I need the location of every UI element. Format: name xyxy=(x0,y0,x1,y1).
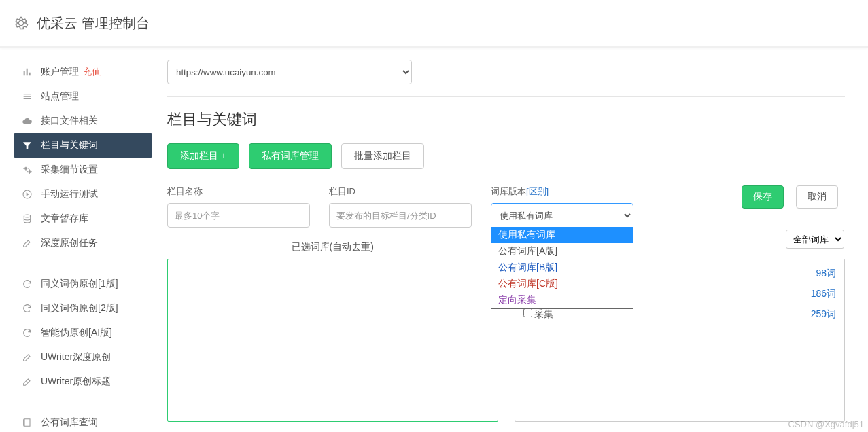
library-filter-select[interactable]: 全部词库 xyxy=(786,230,844,249)
library-row-count: 98词 xyxy=(816,268,836,280)
chart-bar-icon xyxy=(22,67,33,77)
book-icon xyxy=(22,417,33,428)
panel-selected-title: 已选词库(自动去重) xyxy=(167,241,498,253)
field-version: 词库版本[区别] 使用私有词库 使用私有词库公有词库[A版]公有词库[B版]公有… xyxy=(491,185,633,228)
library-row-label: 采集 xyxy=(534,308,553,319)
sidebar-item[interactable]: 接口文件相关 xyxy=(14,109,152,133)
filter-icon xyxy=(22,140,33,151)
app-title: 优采云 管理控制台 xyxy=(37,14,150,33)
version-option[interactable]: 公有词库[A版] xyxy=(491,243,633,259)
panel-selected-box[interactable] xyxy=(167,259,498,422)
bulk-add-button[interactable]: 批量添加栏目 xyxy=(341,143,424,169)
version-option[interactable]: 定向采集 xyxy=(491,292,633,308)
column-name-input[interactable] xyxy=(167,203,310,228)
cogs-icon xyxy=(22,164,33,175)
gear-icon xyxy=(14,16,29,31)
save-button[interactable]: 保存 xyxy=(742,185,784,209)
library-row-count: 186词 xyxy=(811,288,836,300)
sidebar-item[interactable]: 账户管理充值 xyxy=(14,60,152,84)
edit-icon xyxy=(22,352,33,363)
sidebar-item[interactable]: UWriter深度原创 xyxy=(14,345,152,370)
section-title: 栏目与关键词 xyxy=(167,109,845,130)
sidebar-item-label: 接口文件相关 xyxy=(41,115,98,127)
sidebar-item[interactable]: 智能伪原创[AI版] xyxy=(14,321,152,345)
sidebar-item-label: 站点管理 xyxy=(41,90,79,103)
edit-icon xyxy=(22,376,33,387)
sidebar-item-label: 栏目与关键词 xyxy=(41,139,98,151)
sidebar-item[interactable]: 采集细节设置 xyxy=(14,158,152,182)
sidebar-item-label: 手动运行测试 xyxy=(41,188,98,200)
version-dropdown: 使用私有词库公有词库[A版]公有词库[B版]公有词库[C版]定向采集 xyxy=(491,227,633,309)
version-option[interactable]: 公有词库[C版] xyxy=(491,276,633,292)
sidebar-item[interactable]: 深度原创任务 xyxy=(14,231,152,255)
sidebar-item-label: 同义词伪原创[1版] xyxy=(41,278,118,290)
label-column-name: 栏目名称 xyxy=(167,185,310,198)
sidebar-item-label: 同义词伪原创[2版] xyxy=(41,302,118,314)
private-lexicon-button[interactable]: 私有词库管理 xyxy=(249,143,332,169)
sidebar-item-label: 智能伪原创[AI版] xyxy=(41,327,112,339)
sidebar-item-label: 深度原创任务 xyxy=(41,237,98,249)
watermark: CSDN @Xgvafdj51 xyxy=(788,419,864,429)
sidebar: 账户管理充值站点管理接口文件相关栏目与关键词采集细节设置手动运行测试文章暂存库深… xyxy=(0,60,159,432)
sidebar-item[interactable]: 公有词库查询 xyxy=(14,410,152,432)
site-select[interactable]: https://www.ucaiyun.com xyxy=(167,60,412,84)
label-column-id: 栏目ID xyxy=(329,185,472,198)
refresh-icon xyxy=(22,303,33,314)
column-id-input[interactable] xyxy=(329,203,472,228)
recharge-badge[interactable]: 充值 xyxy=(83,66,101,78)
library-row-count: 259词 xyxy=(811,308,836,321)
sidebar-item-label: 公有词库查询 xyxy=(41,416,98,429)
field-column-id: 栏目ID xyxy=(329,185,472,228)
add-column-button[interactable]: 添加栏目 + xyxy=(167,143,239,169)
library-row-check[interactable]: 采集 xyxy=(523,308,554,321)
sidebar-item-label: 文章暂存库 xyxy=(41,213,88,225)
version-select[interactable]: 使用私有词库 xyxy=(491,203,633,228)
field-column-name: 栏目名称 xyxy=(167,185,310,228)
cancel-button[interactable]: 取消 xyxy=(796,185,838,209)
refresh-icon xyxy=(22,327,33,338)
topbar: 优采云 管理控制台 xyxy=(0,0,868,48)
sidebar-item-label: UWriter原创标题 xyxy=(41,376,111,388)
label-version: 词库版本[区别] xyxy=(491,185,633,198)
sidebar-item-label: UWriter深度原创 xyxy=(41,351,111,363)
library-row-checkbox[interactable] xyxy=(523,308,532,317)
refresh-icon xyxy=(22,278,33,289)
edit-icon xyxy=(22,238,33,249)
divider xyxy=(167,96,845,97)
database-icon xyxy=(22,213,33,224)
sidebar-item-label: 账户管理 xyxy=(41,66,79,78)
version-option[interactable]: 公有词库[B版] xyxy=(491,259,633,276)
sidebar-item[interactable]: 同义词伪原创[2版] xyxy=(14,296,152,321)
sidebar-item[interactable]: 文章暂存库 xyxy=(14,206,152,231)
version-option[interactable]: 使用私有词库 xyxy=(491,227,633,243)
sidebar-item-label: 采集细节设置 xyxy=(41,164,98,176)
list-icon xyxy=(22,91,33,102)
play-icon xyxy=(22,189,33,200)
sidebar-item[interactable]: 同义词伪原创[1版] xyxy=(14,272,152,296)
sidebar-item[interactable]: 栏目与关键词 xyxy=(14,133,152,158)
version-diff-link[interactable]: [区别] xyxy=(526,186,549,196)
main: https://www.ucaiyun.com 栏目与关键词 添加栏目 + 私有… xyxy=(159,60,868,432)
sidebar-item[interactable]: UWriter原创标题 xyxy=(14,370,152,394)
panel-selected: 已选词库(自动去重) xyxy=(167,241,498,422)
sidebar-item[interactable]: 站点管理 xyxy=(14,84,152,109)
sidebar-item[interactable]: 手动运行测试 xyxy=(14,182,152,206)
cloud-icon xyxy=(22,115,33,126)
